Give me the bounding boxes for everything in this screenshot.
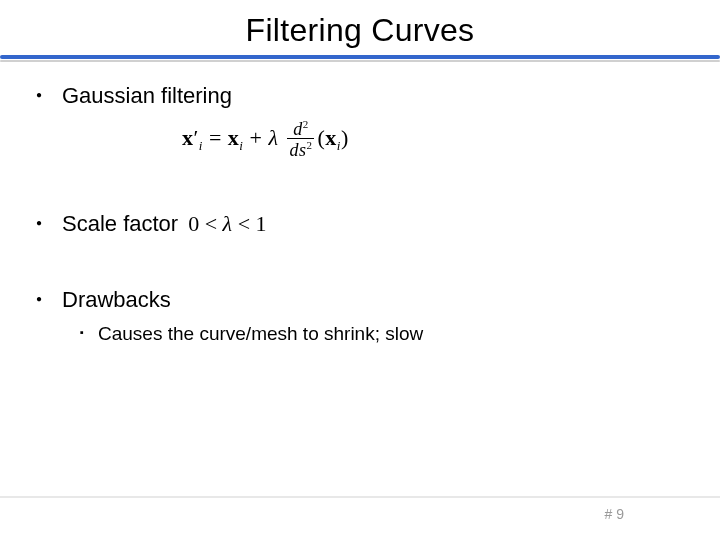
formula-d-top: d bbox=[293, 119, 303, 139]
formula-sup2-bot: 2 bbox=[306, 139, 312, 151]
constraint-rhs: < 1 bbox=[232, 211, 266, 236]
constraint-lambda: λ bbox=[223, 211, 233, 236]
footer-rule bbox=[0, 496, 720, 498]
bullet-scale-factor: Scale factor 0 < λ < 1 bbox=[36, 211, 690, 237]
slide-title: Filtering Curves bbox=[30, 12, 690, 49]
formula-numerator: d2 bbox=[287, 119, 314, 139]
sub-bullet-list: Causes the curve/mesh to shrink; slow bbox=[80, 323, 690, 345]
bullet-label: Scale factor bbox=[62, 211, 178, 237]
formula-x3: x bbox=[325, 125, 337, 150]
formula-d-bot: d bbox=[289, 140, 299, 160]
title-underline-shadow bbox=[0, 60, 720, 62]
gaussian-formula: x′i = xi + λ d2 ds2 (xi) bbox=[182, 119, 690, 161]
formula-eq: = bbox=[203, 125, 228, 150]
formula-x1: x bbox=[182, 125, 194, 150]
formula-sup2-top: 2 bbox=[303, 118, 309, 130]
sub-bullet-label: Causes the curve/mesh to shrink; slow bbox=[98, 323, 423, 344]
bullet-gaussian: Gaussian filtering x′i = xi + λ d2 ds2 (… bbox=[36, 83, 690, 161]
bullet-list: Gaussian filtering x′i = xi + λ d2 ds2 (… bbox=[36, 83, 690, 345]
constraint-lhs: 0 < bbox=[188, 211, 222, 236]
formula-x2: x bbox=[228, 125, 240, 150]
page-number: # 9 bbox=[605, 506, 624, 522]
formula-fraction: d2 ds2 bbox=[287, 119, 314, 161]
formula-lambda: λ bbox=[268, 125, 278, 150]
title-underline-blue bbox=[0, 55, 720, 59]
formula-denominator: ds2 bbox=[287, 139, 314, 161]
sub-bullet-shrink: Causes the curve/mesh to shrink; slow bbox=[80, 323, 690, 345]
formula-plus: + bbox=[243, 125, 268, 150]
bullet-drawbacks: Drawbacks Causes the curve/mesh to shrin… bbox=[36, 287, 690, 345]
page-hash: # bbox=[605, 506, 613, 522]
scale-constraint: 0 < λ < 1 bbox=[188, 211, 266, 237]
title-underline bbox=[30, 55, 690, 65]
formula-rparen: ) bbox=[341, 125, 349, 150]
bullet-label: Drawbacks bbox=[62, 287, 171, 312]
bullet-label: Gaussian filtering bbox=[62, 83, 232, 108]
slide: Filtering Curves Gaussian filtering x′i … bbox=[0, 0, 720, 540]
page-num: 9 bbox=[616, 506, 624, 522]
